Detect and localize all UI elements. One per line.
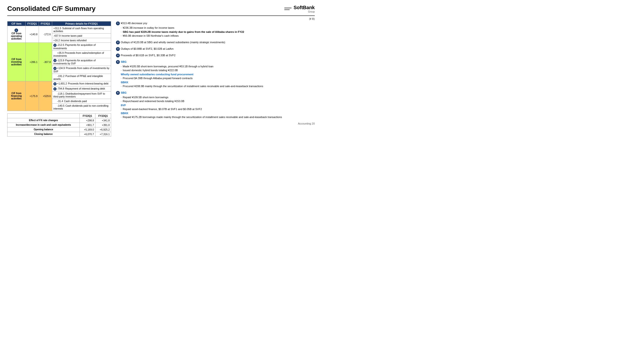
note-1-item-3: ¥66.0B decrease in SB Northstar's cash i… bbox=[121, 34, 315, 38]
note-5-item-4: Procured $4.39B through Alibaba prepaid … bbox=[121, 76, 315, 80]
note-6-item-3: SVF bbox=[121, 103, 315, 107]
summary-row-closing: Closing balance +6,070.7 +7,316.1 bbox=[8, 132, 111, 136]
note-2-header: 2 Outlays of ¥120.0B at SBG and wholly o… bbox=[116, 40, 315, 44]
summary-header-empty bbox=[8, 113, 80, 118]
note-5-header: 5 SBG bbox=[116, 60, 315, 64]
note-2-main: Outlays of ¥120.0B at SBG and wholly own… bbox=[121, 40, 225, 44]
summary-fx-fy23: +341.8 bbox=[95, 118, 111, 123]
note-1-item-2: SBG has paid ¥229.2B income taxes mainly… bbox=[121, 30, 315, 34]
summary-opening-fy22: +5,169.0 bbox=[80, 127, 95, 132]
logo-area: SoftBank Group bbox=[284, 5, 315, 13]
note-5-items: Made ¥105.5B short-term borrowings, proc… bbox=[116, 64, 315, 88]
financing-fy22: +175.9 bbox=[26, 81, 39, 111]
logo-brand: SoftBank Group bbox=[294, 5, 315, 13]
note-6-header: 6 SBG bbox=[116, 91, 315, 95]
note-3-circle: 3 bbox=[116, 47, 120, 51]
investing-label: C/F from investing activities bbox=[8, 43, 26, 81]
note-1-block: 1 ¥313.4B decrease yoy ¥236.3B increase … bbox=[116, 21, 315, 38]
logo-group: Group bbox=[308, 10, 315, 13]
note-1-main: ¥313.4B decrease yoy bbox=[121, 21, 147, 25]
note-6-header-text: SBG bbox=[121, 91, 126, 95]
cf-table: C/F item FY22Q1 FY23Q1 Primary details f… bbox=[7, 21, 111, 111]
note-5-item-2: Issued domestic hybrid bonds totaling ¥2… bbox=[121, 68, 315, 72]
header-divider bbox=[7, 15, 315, 16]
operating-detail-3: +16.2Income taxes refunded bbox=[52, 38, 111, 43]
summary-table: FY22Q1 FY23Q1 Effect of FX rate changes … bbox=[7, 113, 111, 137]
investing-fy22: +286.1 bbox=[26, 43, 39, 81]
summary-increase-fy22: +901.7 bbox=[80, 123, 95, 127]
note-4-circle: 4 bbox=[116, 53, 120, 57]
note-5-circle: 5 bbox=[116, 60, 120, 64]
note-4-block: 4 Proceeds of $0.61B on SVF1, $0.33B at … bbox=[116, 53, 315, 57]
summary-opening-fy23: +6,925.2 bbox=[95, 127, 111, 132]
financing-detail-4: -31.4Cash dividends paid bbox=[52, 99, 111, 103]
summary-closing-fy23: +7,316.1 bbox=[95, 132, 111, 136]
note-6-circle: 6 bbox=[116, 91, 120, 95]
note-2-circle: 2 bbox=[116, 40, 120, 44]
note-1-items: ¥236.3B increase in outlay for income ta… bbox=[116, 26, 315, 38]
summary-closing-fy22: +6,070.7 bbox=[80, 132, 95, 136]
summary-row-fx: Effect of FX rate changes +298.8 +341.8 bbox=[8, 118, 111, 123]
header-primary: Primary details for FY23Q1 bbox=[52, 21, 111, 26]
financing-detail-2: 6-794.8Repayment of interest-bearing deb… bbox=[52, 86, 111, 91]
summary-label-increase: Increase/decrease in cash and cash equiv… bbox=[8, 123, 80, 127]
note-5-header-text: SBG bbox=[121, 60, 126, 64]
summary-label-fx: Effect of FX rate changes bbox=[8, 118, 80, 123]
note-3-header: 3 Outlays of $0.88B at SVF2, $0.02B at L… bbox=[116, 47, 315, 51]
logo-lines bbox=[284, 7, 292, 10]
note-6-item-1: Repaid ¥109.5B short-term borrowings bbox=[121, 95, 315, 99]
investing-fy23: -307.8 bbox=[39, 43, 52, 81]
left-section: C/F item FY22Q1 FY23Q1 Primary details f… bbox=[7, 21, 111, 137]
financing-detail-3: -118.1Distribution/repayment from SVF to… bbox=[52, 91, 111, 99]
unit-label: (¥ B) bbox=[7, 17, 315, 20]
summary-fx-fy22: +298.8 bbox=[80, 118, 95, 123]
investing-detail-2: +35.9Proceeds from sales/redemption of i… bbox=[52, 50, 111, 58]
header-item: C/F item bbox=[8, 21, 26, 26]
note-3-block: 3 Outlays of $0.88B at SVF2, $0.02B at L… bbox=[116, 47, 315, 51]
note-6-item-2: Repurchased and redeemed bonds totaling … bbox=[121, 99, 315, 103]
operating-detail-1: +311.5Subtotal of cash flows from operat… bbox=[52, 26, 111, 33]
operating-fy22: +140.8 bbox=[26, 26, 39, 43]
summary-row-increase: Increase/decrease in cash and cash equiv… bbox=[8, 123, 111, 127]
summary-row-opening: Opening balance +5,169.0 +6,925.2 bbox=[8, 127, 111, 132]
note-6-items: Repaid ¥109.5B short-term borrowings Rep… bbox=[116, 95, 315, 119]
page-title: Consolidated C/F Summary bbox=[7, 5, 96, 12]
financing-label: C/F from financing activities bbox=[8, 81, 26, 111]
note-3-main: Outlays of $0.88B at SVF2, $0.02B at Lat… bbox=[121, 47, 174, 51]
circle-1: 1 bbox=[14, 28, 18, 32]
summary-increase-fy23: +391.0 bbox=[95, 123, 111, 127]
investing-detail-1: 2-212.5Payments for acquisition of inves… bbox=[52, 43, 111, 51]
table-row: C/F from investing activities +286.1 -30… bbox=[8, 43, 111, 51]
note-5-block: 5 SBG Made ¥105.5B short-term borrowings… bbox=[116, 60, 315, 88]
financing-fy23: +529.6 bbox=[39, 81, 52, 111]
table-row: C/F from financing activities +175.9 +52… bbox=[8, 81, 111, 86]
table-row: 1 C/F from operating activities +140.8 -… bbox=[8, 26, 111, 33]
accounting-footer: Accounting 20 bbox=[116, 122, 315, 126]
note-2-block: 2 Outlays of ¥120.0B at SBG and wholly o… bbox=[116, 40, 315, 44]
note-6-block: 6 SBG Repaid ¥109.5B short-term borrowin… bbox=[116, 91, 315, 119]
note-5-item-1: Made ¥105.5B short-term borrowings, proc… bbox=[121, 64, 315, 68]
note-5-item-3: Wholly owned subsidiaries conducting fun… bbox=[121, 72, 315, 76]
operating-label: 1 C/F from operating activities bbox=[8, 26, 26, 43]
header-fy23: FY23Q1 bbox=[39, 21, 52, 26]
logo-softbank: SoftBank bbox=[294, 5, 315, 10]
note-1-circle: 1 bbox=[116, 21, 120, 25]
logo-line-2 bbox=[284, 9, 290, 10]
investing-detail-3: 3-123.9Payments for acquisition of inves… bbox=[52, 58, 111, 66]
note-5-item-6: Procured ¥208.9B mainly through the secu… bbox=[121, 84, 315, 88]
note-4-main: Proceeds of $0.61B on SVF1, $0.33B at SV… bbox=[121, 53, 175, 57]
note-1-header: 1 ¥313.4B decrease yoy bbox=[116, 21, 315, 25]
note-6-item-6: Repaid ¥175.2B borrowings made mainly th… bbox=[121, 115, 315, 119]
note-6-item-5: SBKK bbox=[121, 111, 315, 115]
operating-fy23: -172.6 bbox=[39, 26, 52, 43]
operating-detail-2: -437.9Income taxes paid bbox=[52, 33, 111, 38]
page-header: Consolidated C/F Summary SoftBank Group bbox=[7, 5, 315, 13]
financing-detail-5: -140.5Cash dividends paid to non-control… bbox=[52, 103, 111, 111]
right-section: 1 ¥313.4B decrease yoy ¥236.3B increase … bbox=[116, 21, 315, 137]
summary-header-fy22: FY22Q1 bbox=[80, 113, 95, 118]
note-1-item-1: ¥236.3B increase in outlay for income ta… bbox=[121, 26, 315, 30]
header-fy22: FY22Q1 bbox=[26, 21, 39, 26]
logo-line-1 bbox=[284, 7, 292, 8]
summary-label-closing: Closing balance bbox=[8, 132, 80, 136]
note-4-header: 4 Proceeds of $0.61B on SVF1, $0.33B at … bbox=[116, 53, 315, 57]
